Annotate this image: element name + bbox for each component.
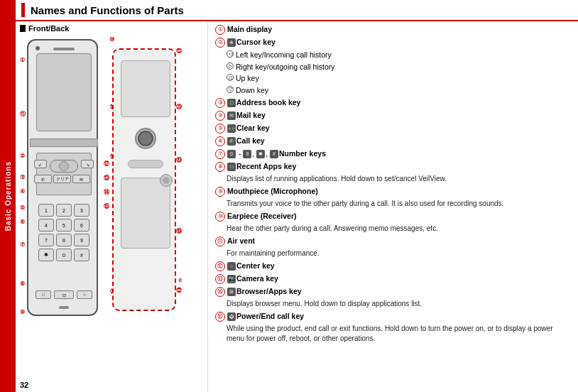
desc-num-6: ⑥: [215, 136, 225, 146]
desc-num-15: ⑮: [215, 312, 225, 322]
desc-text-9: Mouthpiece (Microphone): [227, 186, 572, 197]
desc-sub-left: ◁ Left key/Incoming call history: [227, 50, 572, 60]
desc-text-1: Main display: [227, 24, 572, 35]
desc-num-3: ③: [215, 98, 225, 108]
callout-1: ①: [20, 57, 25, 63]
func-key-1: ✆: [34, 175, 52, 183]
desc-detail-15: While using the product, end call or exi…: [227, 324, 572, 344]
desc-bold-2: Cursor key: [236, 38, 276, 46]
desc-item-13: ⑬ 📷Camera key: [215, 273, 572, 284]
key-hash: #: [74, 249, 89, 261]
soft-key-row: ↙ ↘: [34, 160, 94, 173]
power-key-icon: ⏻: [227, 312, 236, 321]
sidebar-label: Basic Operations: [4, 161, 12, 231]
desc-bold-8: Recent Apps key: [236, 162, 296, 170]
browser-key-icon: ⊞: [227, 288, 236, 296]
mic-hole: [59, 306, 69, 309]
desc-num-13: ⑬: [215, 274, 225, 284]
key-4: 4: [38, 219, 54, 232]
desc-text-15: ⏻Power/End call key: [227, 311, 572, 322]
back-camera: [135, 128, 156, 149]
desc-text-10: Earpiece (Receiver): [227, 211, 572, 222]
func-key-row: ✆ クリア ✉: [34, 175, 94, 183]
sub-bullet-down: ▽: [227, 86, 234, 93]
diagram-area: Front/Back ① ⑪ ② ③ ④ ⑤ ⑥ ⑦ ⑧ ⑨: [16, 21, 207, 392]
main-content: Names and Functions of Parts Front/Back …: [16, 0, 578, 392]
desc-item-11: ⑪ Air vent: [215, 236, 572, 246]
hash-icon: #: [270, 150, 278, 158]
desc-text-12: ○Center key: [227, 261, 572, 271]
key-6: 6: [74, 219, 89, 232]
desc-bold-13: Camera key: [236, 274, 278, 283]
desc-num-12: ⑫: [215, 261, 225, 271]
description-list: ① Main display ② ⊕Cursor key ◁ Left key/…: [215, 24, 572, 344]
side-port: [160, 174, 173, 187]
numpad-row-4: ✱ 0 #: [34, 249, 94, 261]
sub-bullet-left: ◁: [227, 50, 234, 58]
callout-5: ⑤: [20, 205, 25, 211]
section-label-text: Front/Back: [28, 24, 69, 33]
soft-key-right: ↘: [81, 160, 94, 168]
nav-ring: [50, 160, 79, 173]
key-8: 8: [56, 234, 72, 246]
desc-bold-15: Power/End call key: [236, 312, 304, 320]
clear-icon: クリア: [227, 124, 236, 133]
desc-text-14: ⊞Browser/Apps key: [227, 286, 572, 297]
desc-num-9: ⑨: [215, 187, 225, 197]
desc-detail-9: Transmits your voice to the other party …: [227, 199, 572, 209]
desc-sub-up: △ Up key: [227, 73, 572, 84]
key-9: 9: [74, 234, 89, 246]
page-number: 32: [20, 381, 28, 389]
front-camera-dot: [36, 46, 40, 50]
desc-item-14: ⑭ ⊞Browser/Apps key: [215, 286, 572, 297]
callout-19b: ⑲: [176, 227, 182, 235]
desc-item-5: ⑤ クリアClear key: [215, 123, 572, 134]
cursor-key-icon: ⊕: [227, 38, 236, 47]
back-speaker: [128, 160, 163, 168]
phone-front-diagram: ① ⑪ ② ③ ④ ⑤ ⑥ ⑦ ⑧ ⑨ ⑩: [20, 36, 102, 316]
body-area: Front/Back ① ⑪ ② ③ ④ ⑤ ⑥ ⑦ ⑧ ⑨: [16, 21, 578, 392]
desc-item-6: ⑥ ✆Call key: [215, 136, 572, 146]
desc-detail-10: Hear the other party during a call, Answ…: [227, 224, 572, 234]
desc-num-2: ②: [215, 38, 225, 48]
desc-item-12: ⑫ ○Center key: [215, 261, 572, 271]
desc-bold-12: Center key: [236, 261, 275, 270]
callout-9: ⑨: [20, 309, 25, 315]
phone-hinge: [30, 138, 98, 147]
callout-2: ②: [20, 153, 25, 159]
desc-num-10: ⑩: [215, 212, 225, 222]
desc-item-2: ② ⊕Cursor key: [215, 37, 572, 48]
phones-container: ① ⑪ ② ③ ④ ⑤ ⑥ ⑦ ⑧ ⑨ ⑩: [20, 36, 205, 316]
callout-21: ㉑: [176, 48, 182, 55]
desc-item-3: ③ □Address book key: [215, 97, 572, 108]
address-book-icon: □: [227, 99, 236, 107]
callout-0: 0: [179, 277, 182, 283]
key-star: ✱: [38, 249, 54, 261]
page-title: Names and Functions of Parts: [31, 4, 184, 16]
callout-6: ⑥: [20, 219, 25, 225]
callout-19: ⑲: [176, 156, 182, 164]
sub-text-left: Left key/Incoming call history: [236, 50, 332, 60]
desc-bold-1: Main display: [227, 25, 272, 33]
mail-icon: ✉: [227, 111, 236, 120]
desc-bold-6: Call key: [236, 136, 265, 145]
desc-bold-7: Number keys: [279, 149, 326, 158]
desc-num-1: ①: [215, 25, 225, 35]
desc-bold-10: Earpiece (Receiver): [227, 212, 296, 220]
desc-detail-14: Displays browser menu. Hold down to disp…: [227, 299, 572, 309]
numpad-row-2: 4 5 6: [34, 219, 94, 232]
desc-text-8: □Recent Apps key: [227, 161, 572, 172]
desc-num-8: ⑧: [215, 162, 225, 172]
desc-bold-5: Clear key: [236, 124, 270, 132]
center-key-icon: ○: [227, 262, 236, 271]
func-key-2: ✉: [72, 175, 90, 183]
earpiece-slot: [53, 48, 75, 50]
callout-3: ③: [20, 174, 25, 180]
sub-bullet-right: ▷: [227, 62, 234, 70]
sub-text-right: Right key/outgoing call history: [236, 62, 335, 72]
numpad: 1 2 3 4 5 6 7 8: [34, 204, 94, 263]
desc-detail-11: For maintaining performance.: [227, 249, 572, 258]
phone-back-diagram: ㉑ ⑳ ⑲ ⑲ ⑯ ⑰ ㉒ ⑳ 0: [109, 36, 183, 316]
desc-item-8: ⑧ □Recent Apps key: [215, 161, 572, 172]
desc-num-5: ⑤: [215, 124, 225, 134]
